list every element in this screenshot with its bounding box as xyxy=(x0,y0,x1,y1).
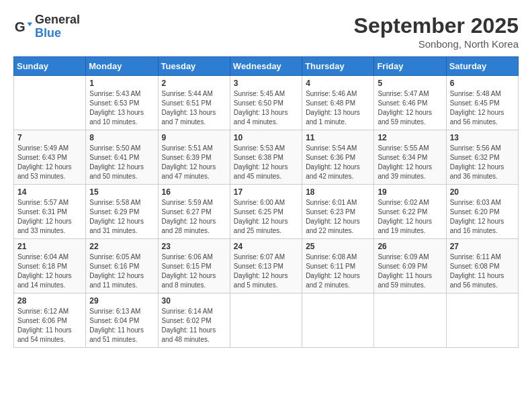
calendar-cell: 21Sunrise: 6:04 AMSunset: 6:18 PMDayligh… xyxy=(14,239,86,293)
calendar-cell xyxy=(14,76,86,130)
day-info: Sunrise: 5:54 AMSunset: 6:36 PMDaylight:… xyxy=(306,144,370,181)
day-number: 28 xyxy=(17,296,82,306)
day-info: Sunrise: 5:46 AMSunset: 6:48 PMDaylight:… xyxy=(306,89,370,127)
calendar-cell: 5Sunrise: 5:47 AMSunset: 6:46 PMDaylight… xyxy=(374,76,446,130)
day-info: Sunrise: 5:50 AMSunset: 6:41 PMDaylight:… xyxy=(89,144,154,181)
calendar-cell: 7Sunrise: 5:49 AMSunset: 6:43 PMDaylight… xyxy=(14,130,86,185)
title-block: September 2025 Sonbong, North Korea xyxy=(354,13,519,50)
logo: G General Blue xyxy=(13,13,80,40)
day-info: Sunrise: 6:12 AMSunset: 6:06 PMDaylight:… xyxy=(17,307,82,345)
day-number: 16 xyxy=(162,187,226,197)
day-number: 14 xyxy=(17,187,82,197)
calendar-cell: 25Sunrise: 6:08 AMSunset: 6:11 PMDayligh… xyxy=(302,239,374,293)
calendar-cell: 30Sunrise: 6:14 AMSunset: 6:02 PMDayligh… xyxy=(158,293,230,348)
day-info: Sunrise: 6:13 AMSunset: 6:04 PMDaylight:… xyxy=(89,307,154,345)
calendar-week-row: 7Sunrise: 5:49 AMSunset: 6:43 PMDaylight… xyxy=(14,130,519,185)
day-number: 23 xyxy=(162,242,226,251)
calendar-cell: 26Sunrise: 6:09 AMSunset: 6:09 PMDayligh… xyxy=(374,239,446,293)
day-info: Sunrise: 6:07 AMSunset: 6:13 PMDaylight:… xyxy=(234,253,298,290)
calendar-cell: 19Sunrise: 6:02 AMSunset: 6:22 PMDayligh… xyxy=(374,185,446,239)
day-of-week-header: Thursday xyxy=(302,57,374,76)
day-number: 15 xyxy=(89,187,154,197)
calendar-cell: 14Sunrise: 5:57 AMSunset: 6:31 PMDayligh… xyxy=(14,185,86,239)
day-number: 2 xyxy=(162,79,226,88)
calendar-cell: 1Sunrise: 5:43 AMSunset: 6:53 PMDaylight… xyxy=(86,76,158,130)
page-header: G General Blue September 2025 Sonbong, N… xyxy=(13,13,519,50)
calendar-cell: 17Sunrise: 6:00 AMSunset: 6:25 PMDayligh… xyxy=(230,185,302,239)
day-info: Sunrise: 6:03 AMSunset: 6:20 PMDaylight:… xyxy=(450,198,515,236)
day-number: 25 xyxy=(306,242,370,251)
calendar-week-row: 1Sunrise: 5:43 AMSunset: 6:53 PMDaylight… xyxy=(14,76,519,130)
day-info: Sunrise: 6:08 AMSunset: 6:11 PMDaylight:… xyxy=(306,253,370,290)
day-number: 8 xyxy=(89,133,154,142)
calendar-cell: 10Sunrise: 5:53 AMSunset: 6:38 PMDayligh… xyxy=(230,130,302,185)
day-info: Sunrise: 5:48 AMSunset: 6:45 PMDaylight:… xyxy=(450,89,515,127)
day-info: Sunrise: 6:04 AMSunset: 6:18 PMDaylight:… xyxy=(17,253,82,290)
day-info: Sunrise: 5:56 AMSunset: 6:32 PMDaylight:… xyxy=(450,144,515,181)
day-info: Sunrise: 5:55 AMSunset: 6:34 PMDaylight:… xyxy=(378,144,442,181)
calendar-cell xyxy=(374,293,446,348)
calendar-cell: 28Sunrise: 6:12 AMSunset: 6:06 PMDayligh… xyxy=(14,293,86,348)
calendar-cell: 11Sunrise: 5:54 AMSunset: 6:36 PMDayligh… xyxy=(302,130,374,185)
day-info: Sunrise: 6:05 AMSunset: 6:16 PMDaylight:… xyxy=(89,253,154,290)
day-info: Sunrise: 6:14 AMSunset: 6:02 PMDaylight:… xyxy=(162,307,226,345)
day-info: Sunrise: 6:09 AMSunset: 6:09 PMDaylight:… xyxy=(378,253,442,290)
day-info: Sunrise: 5:51 AMSunset: 6:39 PMDaylight:… xyxy=(162,144,226,181)
calendar-cell xyxy=(230,293,302,348)
day-number: 6 xyxy=(450,79,515,88)
svg-marker-1 xyxy=(28,22,32,26)
day-info: Sunrise: 5:44 AMSunset: 6:51 PMDaylight:… xyxy=(162,89,226,127)
day-of-week-header: Friday xyxy=(374,57,446,76)
calendar-week-row: 21Sunrise: 6:04 AMSunset: 6:18 PMDayligh… xyxy=(14,239,519,293)
day-info: Sunrise: 5:45 AMSunset: 6:50 PMDaylight:… xyxy=(234,89,298,127)
day-number: 22 xyxy=(89,242,154,251)
month-year: September 2025 xyxy=(354,13,519,38)
location: Sonbong, North Korea xyxy=(354,38,519,50)
day-number: 1 xyxy=(89,79,154,88)
day-info: Sunrise: 5:47 AMSunset: 6:46 PMDaylight:… xyxy=(378,89,442,127)
calendar-cell: 18Sunrise: 6:01 AMSunset: 6:23 PMDayligh… xyxy=(302,185,374,239)
calendar-cell: 24Sunrise: 6:07 AMSunset: 6:13 PMDayligh… xyxy=(230,239,302,293)
calendar-week-row: 28Sunrise: 6:12 AMSunset: 6:06 PMDayligh… xyxy=(14,293,519,348)
day-number: 10 xyxy=(234,133,298,142)
day-number: 17 xyxy=(234,187,298,197)
calendar-cell: 3Sunrise: 5:45 AMSunset: 6:50 PMDaylight… xyxy=(230,76,302,130)
day-number: 20 xyxy=(450,187,515,197)
day-of-week-header: Wednesday xyxy=(230,57,302,76)
logo-text: General Blue xyxy=(35,13,80,40)
calendar-cell: 29Sunrise: 6:13 AMSunset: 6:04 PMDayligh… xyxy=(86,293,158,348)
calendar-cell: 2Sunrise: 5:44 AMSunset: 6:51 PMDaylight… xyxy=(158,76,230,130)
day-number: 27 xyxy=(450,242,515,251)
logo-blue: Blue xyxy=(35,26,61,40)
day-number: 18 xyxy=(306,187,370,197)
calendar-cell: 16Sunrise: 5:59 AMSunset: 6:27 PMDayligh… xyxy=(158,185,230,239)
svg-text:G: G xyxy=(15,18,26,34)
calendar-cell: 27Sunrise: 6:11 AMSunset: 6:08 PMDayligh… xyxy=(446,239,518,293)
day-number: 5 xyxy=(378,79,442,88)
calendar-cell: 20Sunrise: 6:03 AMSunset: 6:20 PMDayligh… xyxy=(446,185,518,239)
day-number: 29 xyxy=(89,296,154,306)
day-info: Sunrise: 5:49 AMSunset: 6:43 PMDaylight:… xyxy=(17,144,82,181)
logo-general: General xyxy=(35,13,80,26)
day-of-week-header: Monday xyxy=(86,57,158,76)
calendar-week-row: 14Sunrise: 5:57 AMSunset: 6:31 PMDayligh… xyxy=(14,185,519,239)
day-number: 9 xyxy=(162,133,226,142)
day-info: Sunrise: 5:58 AMSunset: 6:29 PMDaylight:… xyxy=(89,198,154,236)
day-number: 24 xyxy=(234,242,298,251)
calendar-cell: 4Sunrise: 5:46 AMSunset: 6:48 PMDaylight… xyxy=(302,76,374,130)
day-info: Sunrise: 5:59 AMSunset: 6:27 PMDaylight:… xyxy=(162,198,226,236)
day-number: 13 xyxy=(450,133,515,142)
logo-icon: G xyxy=(13,17,32,36)
day-info: Sunrise: 6:11 AMSunset: 6:08 PMDaylight:… xyxy=(450,253,515,290)
day-info: Sunrise: 5:57 AMSunset: 6:31 PMDaylight:… xyxy=(17,198,82,236)
day-number: 7 xyxy=(17,133,82,142)
day-info: Sunrise: 6:00 AMSunset: 6:25 PMDaylight:… xyxy=(234,198,298,236)
calendar-cell xyxy=(446,293,518,348)
day-info: Sunrise: 6:06 AMSunset: 6:15 PMDaylight:… xyxy=(162,253,226,290)
calendar-table: SundayMondayTuesdayWednesdayThursdayFrid… xyxy=(13,56,519,348)
calendar-cell: 9Sunrise: 5:51 AMSunset: 6:39 PMDaylight… xyxy=(158,130,230,185)
calendar-cell xyxy=(302,293,374,348)
day-number: 12 xyxy=(378,133,442,142)
day-number: 30 xyxy=(162,296,226,306)
day-info: Sunrise: 5:43 AMSunset: 6:53 PMDaylight:… xyxy=(89,89,154,127)
